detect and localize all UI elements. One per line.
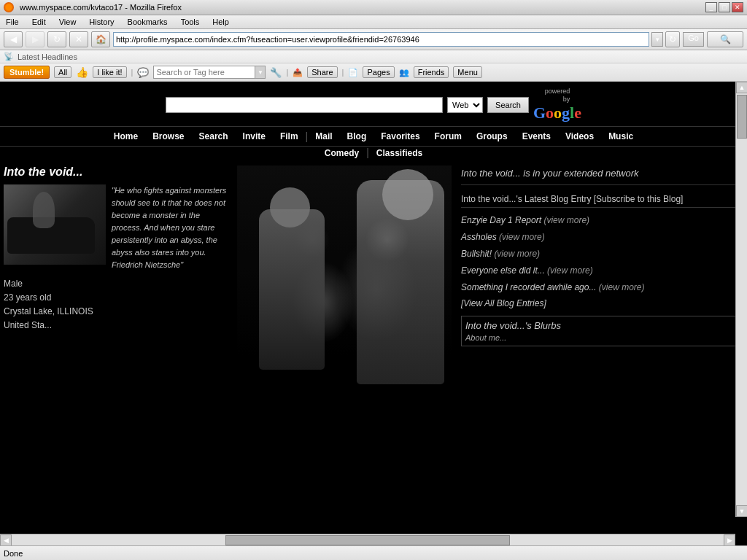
address-input[interactable] bbox=[113, 32, 649, 47]
sep3: | bbox=[342, 68, 344, 77]
powered-by-text: poweredby bbox=[545, 88, 570, 104]
window-controls: _ □ ✕ bbox=[705, 2, 743, 12]
google-search-button[interactable]: Search bbox=[487, 97, 529, 113]
blog-viewmore-3[interactable]: (view more) bbox=[494, 249, 540, 259]
google-search-input[interactable] bbox=[166, 97, 443, 113]
main-layout: Into the void... "He who fights against … bbox=[0, 162, 747, 517]
network-text: Into the void... is in your extended net… bbox=[461, 168, 741, 185]
menu-history[interactable]: History bbox=[87, 17, 116, 27]
nav-home[interactable]: Home bbox=[107, 130, 145, 143]
ilike-button[interactable]: I like it! bbox=[93, 66, 126, 78]
blog-entry-1[interactable]: Enzyie Day 1 Report (view more) bbox=[461, 214, 741, 227]
center-photo-area bbox=[233, 162, 455, 517]
chat-icon: 💬 bbox=[137, 67, 149, 78]
go-button[interactable]: Go bbox=[683, 32, 704, 47]
google-type-select[interactable]: Web bbox=[447, 97, 483, 113]
menu-edit[interactable]: Edit bbox=[30, 17, 48, 27]
menu-help[interactable]: Help bbox=[210, 17, 231, 27]
address-bar: ▼ ↻ bbox=[113, 31, 680, 47]
menu-tools[interactable]: Tools bbox=[179, 17, 202, 27]
reload-button[interactable]: ↻ bbox=[47, 31, 66, 47]
friends-button[interactable]: Friends bbox=[414, 66, 449, 78]
about-text: About me... bbox=[465, 333, 737, 342]
nav-mail[interactable]: Mail bbox=[308, 130, 339, 143]
menu-file[interactable]: File bbox=[4, 17, 21, 27]
nav-invite[interactable]: Invite bbox=[236, 130, 273, 143]
search-engine-button[interactable]: 🔍 bbox=[707, 31, 743, 47]
nav-groups[interactable]: Groups bbox=[469, 130, 515, 143]
share-button[interactable]: Share bbox=[307, 66, 337, 78]
nav-music[interactable]: Music bbox=[601, 130, 640, 143]
titlebar: www.myspace.com/kvtaco17 - Mozilla Firef… bbox=[0, 0, 747, 15]
profile-gender: Male bbox=[4, 277, 230, 291]
nav-sub: Comedy | Classifieds bbox=[0, 147, 747, 162]
blog-viewmore-5[interactable]: (view more) bbox=[599, 282, 645, 292]
google-logo-area: poweredby Google bbox=[533, 88, 581, 122]
toolbar: ◀ ▶ ↻ ✕ 🏠 ▼ ↻ Go 🔍 bbox=[0, 29, 747, 50]
nav-events[interactable]: Events bbox=[515, 130, 558, 143]
left-sidebar: Into the void... "He who fights against … bbox=[0, 162, 233, 517]
friends-icon: 👥 bbox=[399, 68, 409, 77]
rss-bar: 📡 Latest Headlines bbox=[0, 50, 747, 63]
stumble-search-input[interactable] bbox=[153, 66, 255, 79]
nav-blog[interactable]: Blog bbox=[340, 130, 374, 143]
minimize-button[interactable]: _ bbox=[705, 2, 717, 12]
nav-forum[interactable]: Forum bbox=[427, 130, 469, 143]
forward-button[interactable]: ▶ bbox=[26, 31, 44, 47]
blog-title-2: Assholes bbox=[461, 232, 497, 242]
blog-section-title: Into the void...'s Latest Blog Entry [Su… bbox=[461, 194, 741, 208]
google-logo: Google bbox=[533, 104, 581, 122]
nav-film[interactable]: Film bbox=[273, 130, 306, 143]
rss-label[interactable]: Latest Headlines bbox=[18, 52, 77, 61]
blog-viewmore-2[interactable]: (view more) bbox=[499, 232, 545, 242]
menu-bookmarks[interactable]: Bookmarks bbox=[125, 17, 170, 27]
scroll-thumb[interactable] bbox=[737, 95, 747, 139]
nav-favorites[interactable]: Favorites bbox=[374, 130, 427, 143]
share-icon: 📤 bbox=[293, 68, 303, 77]
back-button[interactable]: ◀ bbox=[4, 31, 23, 47]
blurbs-section: Into the void...'s Blurbs About me... bbox=[461, 316, 741, 346]
menubar: File Edit View History Bookmarks Tools H… bbox=[0, 15, 747, 29]
maximize-button[interactable]: □ bbox=[719, 2, 730, 12]
stop-button[interactable]: ✕ bbox=[69, 31, 88, 47]
address-dropdown[interactable]: ▼ bbox=[651, 32, 663, 47]
blog-entry-3[interactable]: Bullshit! (view more) bbox=[461, 247, 741, 260]
blog-title-4: Everyone else did it... bbox=[461, 265, 545, 276]
stumble-bar: Stumble! All 👍 I like it! | 💬 ▼ 🔧 | 📤 Sh… bbox=[0, 63, 747, 82]
sep1: | bbox=[131, 68, 133, 77]
scrollbar: ▲ ▼ bbox=[735, 82, 747, 517]
scroll-up-button[interactable]: ▲ bbox=[736, 82, 747, 93]
home-button[interactable]: 🏠 bbox=[91, 31, 110, 47]
blog-viewmore-1[interactable]: (view more) bbox=[543, 215, 589, 225]
right-sidebar: Into the void... is in your extended net… bbox=[455, 162, 747, 517]
stumble-button[interactable]: Stumble! bbox=[4, 66, 50, 79]
nav-comedy[interactable]: Comedy bbox=[317, 147, 366, 160]
menu-view[interactable]: View bbox=[57, 17, 79, 27]
wrench-icon: 🔧 bbox=[270, 67, 282, 78]
blog-title-3: Bullshit! bbox=[461, 249, 492, 259]
firefox-icon bbox=[4, 2, 14, 12]
blog-entry-4[interactable]: Everyone else did it... (view more) bbox=[461, 264, 741, 277]
main-profile-image bbox=[237, 166, 452, 413]
nav-search[interactable]: Search bbox=[192, 130, 236, 143]
refresh-small[interactable]: ↻ bbox=[665, 31, 680, 47]
close-button[interactable]: ✕ bbox=[732, 2, 743, 12]
stumble-search-dropdown[interactable]: ▼ bbox=[255, 66, 266, 79]
menu-dropdown-button[interactable]: Menu bbox=[453, 66, 482, 78]
view-all-entries[interactable]: [View All Blog Entries] bbox=[461, 298, 741, 308]
sep2: | bbox=[286, 68, 288, 77]
blog-viewmore-4[interactable]: (view more) bbox=[547, 265, 593, 276]
all-button[interactable]: All bbox=[54, 66, 71, 78]
blog-title-1: Enzyie Day 1 Report bbox=[461, 215, 541, 225]
pages-icon: 📄 bbox=[348, 68, 358, 77]
nav-classifieds[interactable]: Classifieds bbox=[369, 147, 430, 160]
nav-videos[interactable]: Videos bbox=[558, 130, 601, 143]
pages-button[interactable]: Pages bbox=[363, 66, 394, 78]
blog-title-5: Something I recorded awhile ago... bbox=[461, 282, 596, 292]
nav-browse[interactable]: Browse bbox=[145, 130, 191, 143]
profile-info: Male 23 years old Crystal Lake, ILLINOIS… bbox=[4, 277, 230, 333]
scroll-down-button[interactable]: ▼ bbox=[736, 505, 747, 517]
blog-entry-5[interactable]: Something I recorded awhile ago... (view… bbox=[461, 281, 741, 294]
profile-location: Crystal Lake, ILLINOIS bbox=[4, 305, 230, 319]
blog-entry-2[interactable]: Assholes (view more) bbox=[461, 230, 741, 244]
